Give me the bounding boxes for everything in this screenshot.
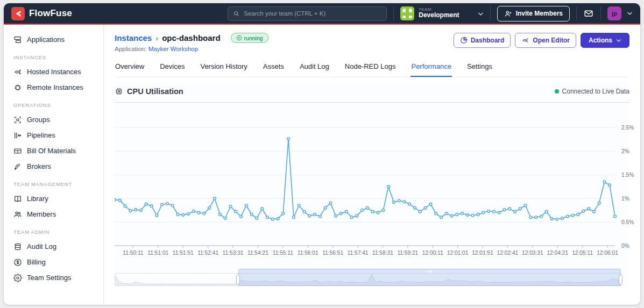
tab-performance[interactable]: Performance — [411, 60, 451, 77]
right-resize-handle[interactable] — [619, 275, 622, 284]
sidebar-item-team-settings[interactable]: Team Settings — [13, 270, 103, 285]
sidebar-item-billing[interactable]: Billing — [13, 254, 103, 270]
mail-button[interactable] — [583, 9, 594, 18]
sidebar-section-operations: OPERATIONS — [13, 102, 103, 108]
sidebar-item-groups[interactable]: Groups — [13, 112, 103, 127]
audit-log-icon — [13, 242, 22, 251]
search-icon — [233, 10, 240, 17]
sidebar-item-remote-instances[interactable]: Remote Instances — [13, 80, 103, 95]
chevron-down-icon — [627, 11, 633, 16]
sidebar: Applications INSTANCES Hosted Instances … — [4, 25, 104, 305]
svg-text:0%: 0% — [621, 243, 629, 249]
svg-text:11:50:11: 11:50:11 — [123, 250, 143, 256]
live-status-label: Connected to Live Data — [562, 88, 629, 95]
bill-of-materials-icon — [13, 147, 22, 155]
sidebar-label: Billing — [27, 258, 46, 266]
library-icon — [13, 195, 22, 203]
team-search[interactable] — [228, 6, 387, 21]
node-editor-icon — [521, 37, 529, 44]
svg-text:2%: 2% — [621, 148, 629, 154]
svg-text:12:00:11: 12:00:11 — [422, 250, 443, 256]
sidebar-item-brokers[interactable]: Brokers — [13, 159, 103, 174]
main-content: Instances › opc-dashboard running Applic… — [104, 25, 640, 305]
svg-text:11:56:01: 11:56:01 — [298, 250, 319, 256]
chart-range-selector[interactable] — [115, 273, 621, 286]
svg-text:12:03:31: 12:03:31 — [522, 250, 543, 256]
dashboard-button[interactable]: Dashboard — [454, 33, 511, 48]
navbar-divider — [600, 6, 601, 20]
sidebar-item-members[interactable]: Members — [13, 206, 103, 222]
svg-text:11:58:31: 11:58:31 — [372, 250, 393, 256]
chevron-down-icon — [478, 9, 484, 18]
sidebar-label: Applications — [27, 35, 65, 44]
svg-text:1%: 1% — [621, 196, 629, 202]
groups-icon — [13, 116, 22, 124]
navbar-divider — [393, 6, 394, 20]
actions-button-label: Actions — [589, 37, 612, 44]
tab-audit-log[interactable]: Audit Log — [299, 60, 330, 77]
svg-text:11:59:21: 11:59:21 — [397, 250, 418, 256]
search-input[interactable] — [244, 10, 381, 17]
actions-button[interactable]: Actions — [581, 33, 629, 48]
sidebar-section-instances: INSTANCES — [13, 54, 103, 60]
envelope-icon — [583, 9, 594, 18]
svg-text:2.5%: 2.5% — [621, 125, 634, 131]
selection-window[interactable] — [238, 269, 621, 286]
svg-text:12:02:41: 12:02:41 — [497, 250, 519, 256]
svg-text:12:05:11: 12:05:11 — [572, 250, 593, 256]
sidebar-item-pipelines[interactable]: Pipelines — [13, 127, 103, 143]
billing-icon — [13, 258, 22, 267]
play-circle-icon — [236, 35, 242, 41]
svg-text:12:01:01: 12:01:01 — [447, 250, 469, 256]
sidebar-item-applications[interactable]: Applications — [13, 32, 103, 47]
dashboard-button-label: Dashboard — [471, 37, 505, 44]
user-avatar: jp — [607, 6, 621, 20]
tab-overview[interactable]: Overview — [115, 60, 145, 77]
chevron-down-icon — [616, 39, 621, 42]
top-navbar: FlowFuse TEAM: Development Invite Me — [4, 3, 640, 25]
tab-settings[interactable]: Settings — [466, 60, 493, 77]
instance-tabs: OverviewDevicesVersion HistoryAssetsAudi… — [115, 60, 629, 77]
tab-devices[interactable]: Devices — [159, 60, 185, 77]
sidebar-item-library[interactable]: Library — [13, 191, 103, 206]
members-icon — [13, 210, 22, 219]
tab-assets[interactable]: Assets — [263, 60, 285, 77]
svg-text:1.5%: 1.5% — [621, 172, 634, 178]
sidebar-section-team-admin: TEAM ADMIN — [13, 229, 103, 235]
sidebar-item-hosted-instances[interactable]: Hosted Instances — [13, 64, 103, 80]
svg-text:11:56:51: 11:56:51 — [322, 250, 343, 256]
sidebar-item-bill-of-materials[interactable]: Bill Of Materials — [13, 143, 103, 159]
tab-node-red-logs[interactable]: Node-RED Logs — [344, 60, 397, 77]
cpu-chart-svg: 11:50:1111:51:0111:51:5111:52:4111:53:31… — [115, 105, 639, 260]
panel-divider — [115, 102, 629, 103]
tab-version-history[interactable]: Version History — [200, 60, 247, 77]
invite-members-button[interactable]: Invite Members — [497, 6, 570, 22]
navbar-divider — [576, 6, 577, 20]
svg-text:11:55:11: 11:55:11 — [273, 250, 293, 256]
left-resize-handle[interactable] — [236, 275, 240, 284]
svg-text:0.5%: 0.5% — [621, 219, 634, 225]
sidebar-item-audit-log[interactable]: Audit Log — [13, 239, 103, 254]
flowfuse-brand[interactable]: FlowFuse — [11, 7, 72, 20]
application-link[interactable]: Mayker Workshop — [148, 46, 198, 52]
user-plus-icon — [504, 10, 512, 18]
remote-instances-icon — [13, 83, 22, 92]
svg-text:12:04:21: 12:04:21 — [547, 250, 568, 256]
sidebar-label: Groups — [27, 116, 50, 124]
instance-name: opc-dashboard — [162, 33, 220, 42]
user-menu[interactable]: jp — [607, 6, 633, 20]
svg-text:11:54:21: 11:54:21 — [247, 250, 268, 256]
sidebar-label: Remote Instances — [27, 83, 83, 91]
sidebar-label: Team Settings — [27, 274, 71, 282]
drag-grip-icon — [427, 270, 432, 273]
svg-text:11:57:41: 11:57:41 — [348, 250, 369, 256]
team-selector[interactable]: TEAM: Development — [400, 6, 483, 20]
live-dot-icon — [555, 89, 559, 94]
breadcrumb-instances-link[interactable]: Instances — [115, 33, 152, 42]
flowfuse-logo-icon — [11, 7, 25, 20]
svg-text:11:52:41: 11:52:41 — [197, 250, 218, 256]
gear-icon — [13, 274, 22, 282]
open-editor-button-label: Open Editor — [533, 37, 570, 44]
hosted-instances-icon — [13, 68, 22, 76]
open-editor-button[interactable]: Open Editor — [515, 33, 576, 48]
